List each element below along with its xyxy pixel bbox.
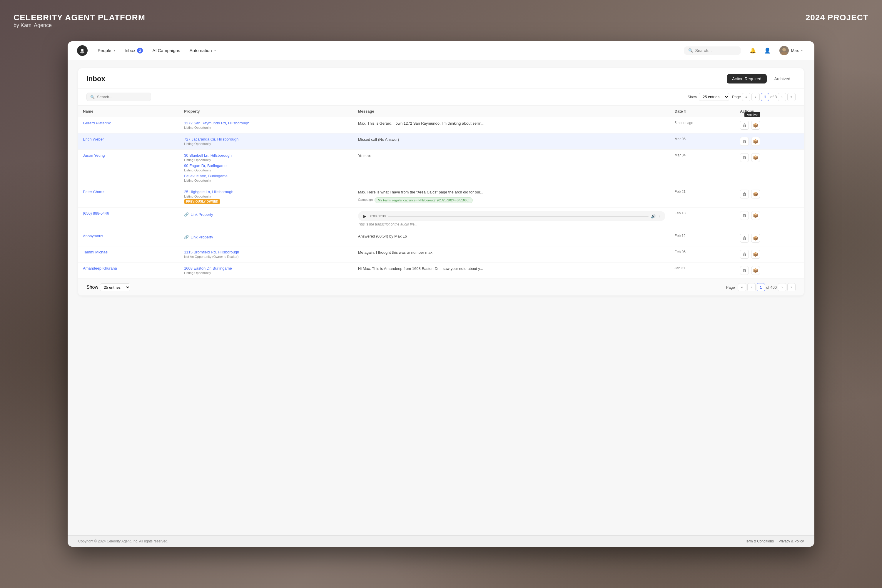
link-property-button[interactable]: 🔗 Link Property [184,211,349,218]
show-entries-top: Show 25 entries 50 entries 100 entries [687,93,729,101]
archive-button[interactable]: 📦 [751,234,760,243]
property-link[interactable]: 1608 Easton Dr, Burlingame [184,266,232,270]
col-date[interactable]: Date [670,105,735,117]
inbox-badge: 2 [137,48,143,54]
nav-item-automation[interactable]: Automation ▾ [186,46,220,55]
property-link-2[interactable]: 90 Fagan Dr, Burlingame [184,164,226,168]
person-link[interactable]: Gerard Platerink [83,121,111,125]
svg-point-3 [781,52,788,55]
more-options-icon[interactable]: ⋮ [658,214,662,219]
nav-search-input[interactable] [695,48,736,53]
row-actions-cell: 🗑 📦 [735,230,804,246]
next-page-button[interactable]: › [778,93,786,101]
person-link[interactable]: Peter Chartz [83,190,104,194]
account-button[interactable]: 👤 [762,46,772,56]
search-box: 🔍 [86,93,151,101]
delete-button[interactable]: 🗑 [740,266,749,275]
archive-button[interactable]: 📦 [751,137,760,146]
row-date-cell: Feb 13 [670,208,735,230]
person-link[interactable]: (650) 888-5446 [83,211,109,216]
terms-link[interactable]: Term & Conditions [745,539,774,543]
prev-page-button-bottom[interactable]: ‹ [747,283,756,291]
message-text: Max. Here is what I have from the "Area … [358,190,665,195]
last-page-button-bottom[interactable]: » [788,283,796,291]
page-label: Page [732,94,741,99]
col-property: Property [179,105,353,117]
delete-button[interactable]: 🗑 [740,153,749,162]
tab-archived[interactable]: Archived [769,74,796,84]
last-page-button[interactable]: » [788,93,796,101]
property-link[interactable]: 1115 Bromfield Rd, Hillsborough [184,250,239,254]
svg-point-2 [782,48,786,51]
nav-search: 🔍 [684,46,741,55]
tab-action-required[interactable]: Action Required [727,74,767,84]
archive-icon: 📦 [753,213,758,218]
person-link[interactable]: Tammi Michael [83,250,108,254]
show-label-bottom: Show [86,285,98,290]
nav-item-inbox[interactable]: Inbox 2 [120,46,147,55]
delete-button[interactable]: 🗑 [740,250,749,259]
inbox-header: Inbox Action Required Archived [78,68,804,88]
row-date-cell: Jan 31 [670,262,735,279]
privacy-link[interactable]: Privacy & Policy [778,539,804,543]
trash-icon: 🗑 [742,213,747,218]
table-header: Name Property Message Date Actions [78,105,804,117]
property-link[interactable]: 727 Jacaranda Cir, Hillsborough [184,137,238,141]
row-property-cell: 30 Bluebell Ln, Hillsborough Listing Opp… [179,150,353,186]
row-message-cell: Yo max [353,150,670,186]
person-icon: 👤 [764,47,771,54]
property-link-3[interactable]: Bellevue Ave, Burlingame [184,174,228,178]
of-pages-bottom: of 400 [766,285,777,290]
person-link[interactable]: Anonymous [83,234,103,238]
nav-right: 🔔 👤 Max ▾ [748,45,805,57]
delete-button[interactable]: 🗑 [740,190,749,198]
inbox-card: Inbox Action Required Archived 🔍 Show 25 [78,68,804,296]
audio-progress-bar[interactable] [388,216,649,217]
row-name-cell: Peter Chartz [78,186,179,208]
nav-item-ai-campaigns[interactable]: AI Campaigns [148,46,184,55]
prev-page-button[interactable]: ‹ [752,93,760,101]
date-text: Mar 05 [675,137,730,141]
property-link[interactable]: 25 Highgate Ln, Hillsborough [184,190,233,194]
row-name-cell: Gerard Platerink [78,117,179,134]
trash-icon: 🗑 [742,236,747,240]
archive-button[interactable]: 📦 [751,211,760,220]
row-name-cell: (650) 888-5446 [78,208,179,230]
search-input[interactable] [97,94,144,99]
row-name-cell: Jason Yeung [78,150,179,186]
footer-links: Term & Conditions Privacy & Policy [745,539,804,543]
archive-button[interactable]: 📦 [751,266,760,275]
next-page-button-bottom[interactable]: › [778,283,786,291]
nav-item-people[interactable]: People ▾ [93,46,119,55]
logo-icon[interactable] [77,45,88,56]
delete-button[interactable]: 🗑 [740,234,749,243]
link-property-button[interactable]: 🔗 Link Property [184,234,349,240]
delete-button[interactable]: 🗑 [740,137,749,146]
link-property-label: Link Property [190,235,213,239]
user-menu[interactable]: Max ▾ [777,45,805,57]
archive-tooltip-label: Archive [744,112,760,117]
entries-select-bottom[interactable]: 25 entries 50 entries 100 entries [100,284,130,291]
archive-button[interactable]: 📦 [751,250,760,259]
delete-button[interactable]: 🗑 [740,211,749,220]
notification-button[interactable]: 🔔 [748,46,758,56]
property-type: Listing Opportunity [184,142,349,146]
archive-button[interactable]: 📦 [751,190,760,198]
delete-button[interactable]: 🗑 [740,121,749,130]
archive-button[interactable]: 📦 [751,121,760,130]
archive-button[interactable]: 📦 [751,153,760,162]
top-nav: People ▾ Inbox 2 AI Campaigns Automation… [68,41,814,60]
person-link[interactable]: Erich Weber [83,137,104,141]
play-button[interactable]: ▶ [362,213,368,219]
property-link[interactable]: 1272 San Raymundo Rd, Hillsborough [184,121,249,125]
person-link[interactable]: Jason Yeung [83,153,105,158]
date-text: Feb 05 [675,250,730,254]
first-page-button-bottom[interactable]: « [738,283,746,291]
person-link[interactable]: Amandeep Khurana [83,266,117,270]
first-page-button[interactable]: « [742,93,750,101]
entries-select-top[interactable]: 25 entries 50 entries 100 entries [699,93,729,101]
date-text: 5 hours ago [675,121,730,125]
property-link[interactable]: 30 Bluebell Ln, Hillsborough [184,153,232,158]
volume-icon[interactable]: 🔊 [651,214,656,219]
trash-icon: 🗑 [742,139,747,144]
